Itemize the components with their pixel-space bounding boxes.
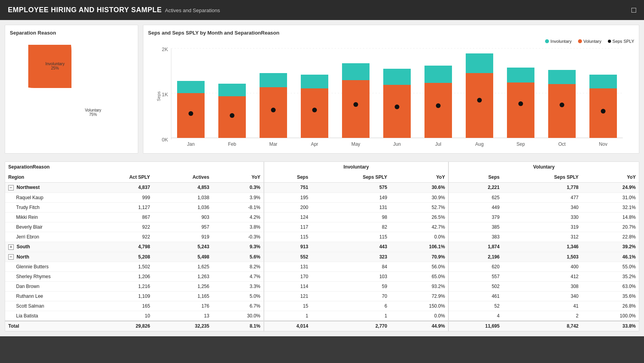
- table-row: Glennie Butters 1,502 1,625 8.2% 131 84 …: [5, 262, 639, 272]
- bar-sep-vol: [507, 82, 534, 138]
- table-row: Trudy Fitch 1,127 1,036 -8.1% 200 131 52…: [5, 202, 639, 212]
- cell-actives: 903: [153, 212, 212, 222]
- label-jan: Jan: [187, 141, 194, 147]
- cell-vol-yoy: 39.2%: [582, 242, 639, 252]
- label-jun: Jun: [393, 141, 401, 147]
- cell-yoy: 0.3%: [212, 183, 264, 193]
- cell-inv-seps: 200: [264, 202, 311, 212]
- cell-yoy: 5.6%: [212, 252, 264, 262]
- cell-inv-seps: 751: [264, 183, 311, 193]
- cell-vol-sply: 1,503: [503, 252, 582, 262]
- cell-yoy: 3.9%: [212, 192, 264, 202]
- involuntary-pie-label: Involuntary: [46, 62, 65, 66]
- cell-yoy: 6.7%: [212, 301, 264, 311]
- col-vol-yoy: YoY: [582, 172, 639, 183]
- cell-act-sply: 29,826: [84, 321, 153, 331]
- bar-mar-vol: [260, 87, 287, 138]
- cell-actives: 957: [153, 222, 212, 232]
- cell-inv-sply: 115: [311, 232, 390, 242]
- cell-vol-yoy: 32.1%: [582, 202, 639, 212]
- cell-vol-seps: 625: [448, 192, 503, 202]
- chat-icon[interactable]: □: [631, 6, 636, 15]
- cell-vol-yoy: 100.0%: [582, 311, 639, 321]
- cell-vol-yoy: 63.0%: [582, 282, 639, 292]
- cell-vol-seps: 449: [448, 202, 503, 212]
- col-header-blank1: [84, 162, 153, 172]
- cell-region: Total: [5, 321, 84, 331]
- cell-vol-seps: 502: [448, 282, 503, 292]
- col-header-voluntary-group: Voluntary: [448, 162, 639, 172]
- cell-vol-yoy: 14.8%: [582, 212, 639, 222]
- bar-chart-card: Seps and Seps SPLY by Month and Separati…: [143, 25, 639, 154]
- cell-region: Ruthann Lee: [5, 292, 84, 301]
- bar-chart-svg: 2K 1K 0K Seps Jan: [148, 45, 634, 147]
- dot-sep: [518, 101, 523, 106]
- cell-inv-sply: 82: [311, 222, 390, 232]
- table-row: Mikki Rein 867 903 4.2% 124 98 26.5% 379…: [5, 212, 639, 222]
- cell-vol-sply: 477: [503, 192, 582, 202]
- cell-inv-sply: 149: [311, 192, 390, 202]
- table-row: Scott Salman 165 176 6.7% 15 6 150.0% 52…: [5, 301, 639, 311]
- cell-act-sply: 1,216: [84, 282, 153, 292]
- cell-inv-yoy: 56.0%: [390, 262, 448, 272]
- pie-chart-title: Separation Reason: [10, 30, 133, 36]
- cell-vol-seps: 11,695: [448, 321, 503, 331]
- legend-involuntary: Involuntary: [545, 39, 572, 44]
- collapse-icon[interactable]: −: [8, 185, 14, 191]
- cell-inv-sply: 2,770: [311, 321, 390, 331]
- dot-jun: [395, 104, 399, 109]
- cell-inv-sply: 575: [311, 183, 390, 193]
- table-card: SeparationReason Involuntary Voluntary R…: [5, 161, 639, 332]
- page-subtitle: Actives and Separations: [165, 7, 220, 13]
- legend-involuntary-label: Involuntary: [551, 39, 572, 44]
- cell-vol-sply: 412: [503, 272, 582, 282]
- y-label-1k: 1K: [162, 92, 168, 97]
- bar-apr-vol: [301, 88, 328, 138]
- cell-inv-sply: 103: [311, 272, 390, 282]
- cell-actives: 5,243: [153, 242, 212, 252]
- pie-chart-container: Involuntary 25% Voluntary 75%: [10, 39, 133, 137]
- bar-jun-vol: [383, 85, 411, 138]
- legend-sply: Seps SPLY: [608, 39, 634, 44]
- legend-sply-label: Seps SPLY: [613, 39, 634, 44]
- cell-inv-yoy: 93.2%: [390, 282, 448, 292]
- cell-vol-yoy: 20.7%: [582, 222, 639, 232]
- cell-vol-yoy: 46.1%: [582, 252, 639, 262]
- cell-region: Mikki Rein: [5, 212, 84, 222]
- dot-mar: [271, 108, 276, 112]
- col-header-blank2: [153, 162, 212, 172]
- cell-vol-yoy: 35.6%: [582, 292, 639, 301]
- cell-vol-sply: 400: [503, 262, 582, 272]
- label-mar: Mar: [269, 141, 278, 147]
- cell-inv-yoy: 70.9%: [390, 252, 448, 262]
- cell-act-sply: 10: [84, 311, 153, 321]
- bar-jul-vol: [424, 83, 452, 138]
- cell-vol-yoy: 35.2%: [582, 272, 639, 282]
- cell-vol-yoy: 31.0%: [582, 192, 639, 202]
- cell-actives: 1,165: [153, 292, 212, 301]
- table-row: Sherley Rhymes 1,206 1,263 4.7% 170 103 …: [5, 272, 639, 282]
- cell-vol-seps: 385: [448, 222, 503, 232]
- cell-region: Lia Batista: [5, 311, 84, 321]
- dot-aug: [477, 98, 482, 103]
- table-header-row2: Region Act SPLY Actives YoY Seps Seps SP…: [5, 172, 639, 183]
- cell-inv-seps: 15: [264, 301, 311, 311]
- col-inv-yoy: YoY: [390, 172, 448, 183]
- label-jul: Jul: [435, 141, 441, 147]
- expand-icon[interactable]: +: [8, 244, 14, 250]
- pie-chart-card: Separation Reason Involuntary 25% Volunt…: [5, 25, 138, 154]
- cell-inv-yoy: 26.5%: [390, 212, 448, 222]
- col-header-sep-reason: SeparationReason: [5, 162, 84, 172]
- dot-jan: [188, 111, 193, 116]
- cell-yoy: 8.1%: [212, 321, 264, 331]
- data-table: SeparationReason Involuntary Voluntary R…: [5, 162, 639, 331]
- cell-inv-yoy: 52.7%: [390, 202, 448, 212]
- page-title: EMPLOYEE HIRING AND HISTORY SAMPLE: [8, 6, 162, 14]
- pie-voluntary: [28, 45, 71, 88]
- dot-jul: [436, 103, 441, 108]
- y-label-0k: 0K: [162, 137, 168, 143]
- legend-sply-color: [608, 40, 611, 43]
- collapse-icon[interactable]: −: [8, 254, 14, 260]
- cell-inv-seps: 913: [264, 242, 311, 252]
- cell-act-sply: 1,127: [84, 202, 153, 212]
